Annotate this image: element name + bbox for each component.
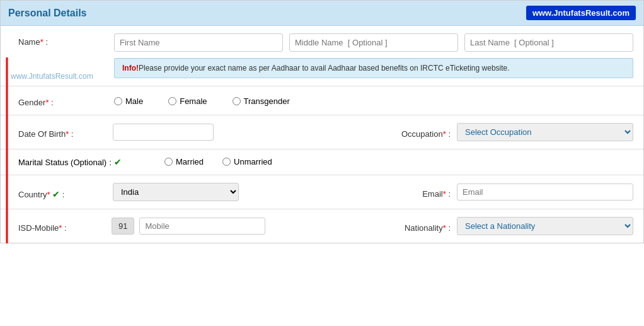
mobile-nationality-row: ISD-Mobile* : 91 Nationality* : Select a… — [18, 217, 633, 235]
gender-female-option[interactable]: Female — [168, 96, 207, 106]
dob-occupation-row: Date Of Birth* : Occupation* : Select Oc… — [18, 123, 633, 141]
mobile-field: ISD-Mobile* : 91 — [18, 218, 265, 235]
first-name-input[interactable] — [114, 33, 283, 52]
last-name-input[interactable] — [464, 33, 633, 52]
gender-transgender-radio[interactable] — [233, 97, 241, 105]
name-row: Name* : — [18, 33, 633, 52]
marital-unmarried-option[interactable]: Unmarried — [222, 157, 272, 166]
gender-female-label: Female — [180, 96, 207, 106]
page-title: Personal Details — [8, 8, 87, 19]
country-check-icon: ✔ — [52, 189, 60, 199]
header: Personal Details www.JntufatsResult.com — [1, 1, 643, 26]
name-label: Name* : — [18, 33, 106, 47]
country-email-section: Country* ✔ : India USA UK Others Email* … — [1, 175, 643, 209]
info-label: Info! — [122, 64, 139, 73]
mobile-nationality-section: ISD-Mobile* : 91 Nationality* : Select a… — [1, 209, 643, 243]
info-text: Please provide your exact name as per Aa… — [139, 64, 510, 73]
marital-unmarried-label: Unmarried — [234, 157, 272, 166]
gender-transgender-label: Transgender — [244, 96, 290, 106]
dob-input[interactable] — [113, 124, 214, 141]
mobile-label: ISD-Mobile* : — [18, 219, 106, 233]
name-inputs — [114, 33, 633, 52]
page-wrapper: Personal Details www.JntufatsResult.com … — [0, 0, 644, 243]
marital-unmarried-radio[interactable] — [222, 158, 231, 166]
marital-married-radio[interactable] — [164, 158, 173, 166]
nationality-field: Nationality* : Select a Nationality Indi… — [405, 217, 633, 235]
name-section: Name* : Info!Please provide your exact n… — [1, 26, 643, 86]
marital-options: Married Unmarried — [164, 157, 272, 166]
marital-label: Marital Status (Optional): ✔ — [18, 157, 157, 167]
gender-female-radio[interactable] — [168, 97, 176, 105]
gender-label: Gender* : — [18, 94, 106, 107]
dob-occupation-section: Date Of Birth* : Occupation* : Select Oc… — [1, 115, 643, 149]
marital-row: Marital Status (Optional): ✔ Married Unm… — [18, 157, 633, 167]
marital-married-label: Married — [176, 157, 204, 166]
email-input[interactable] — [457, 183, 633, 201]
mobile-input[interactable] — [139, 218, 265, 235]
marital-section: Marital Status (Optional): ✔ Married Unm… — [1, 149, 643, 175]
occupation-field: Occupation* : Select Occupation Student … — [401, 123, 633, 141]
dob-label: Date Of Birth* : — [18, 125, 106, 139]
watermark: www.JntufatsResult.com — [11, 72, 93, 81]
country-email-row: Country* ✔ : India USA UK Others Email* … — [18, 183, 633, 201]
gender-options: Male Female Transgender — [114, 94, 290, 106]
gender-male-radio[interactable] — [114, 97, 122, 105]
gender-section: Gender* : Male Female Transgender — [1, 86, 643, 115]
country-select[interactable]: India USA UK Others — [113, 183, 239, 201]
country-code-display: 91 — [112, 218, 134, 235]
gender-row: Gender* : Male Female Transgender — [18, 94, 633, 107]
marital-check-icon: ✔ — [114, 157, 122, 167]
nationality-select[interactable]: Select a Nationality Indian American Bri… — [457, 217, 633, 235]
gender-transgender-option[interactable]: Transgender — [233, 96, 290, 106]
occupation-select[interactable]: Select Occupation Student Business Servi… — [457, 123, 633, 141]
marital-married-option[interactable]: Married — [164, 157, 204, 166]
country-field: Country* ✔ : India USA UK Others — [18, 183, 239, 201]
site-badge: www.JntufatsResult.com — [526, 6, 636, 20]
country-label: Country* ✔ : — [18, 185, 106, 199]
middle-name-input[interactable] — [289, 33, 458, 52]
gender-male-label: Male — [125, 96, 143, 106]
occupation-label: Occupation* : — [401, 125, 451, 139]
gender-male-option[interactable]: Male — [114, 96, 143, 106]
nationality-label: Nationality* : — [405, 219, 451, 233]
email-label: Email* : — [422, 185, 451, 199]
info-box: Info!Please provide your exact name as p… — [114, 58, 633, 78]
dob-field: Date Of Birth* : — [18, 124, 214, 141]
email-field: Email* : — [422, 183, 633, 201]
